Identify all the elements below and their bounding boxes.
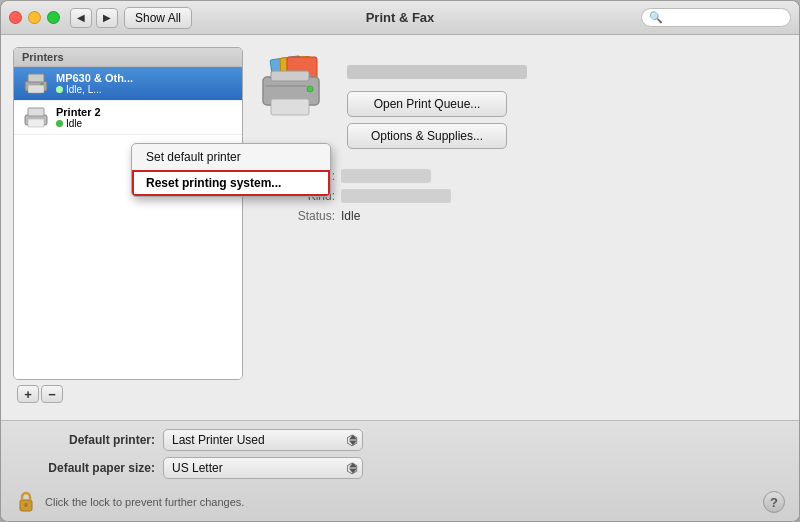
printer-name-placeholder (347, 65, 527, 79)
location-value (341, 169, 431, 183)
search-icon: 🔍 (649, 11, 663, 24)
context-item-reset[interactable]: Reset printing system... (132, 170, 330, 196)
back-button[interactable]: ◀ (70, 8, 92, 28)
context-menu: Set default printer Reset printing syste… (131, 143, 331, 197)
location-row: Location: (255, 169, 787, 183)
printer-item-2[interactable]: Printer 2 Idle (14, 101, 242, 135)
titlebar: ◀ ▶ Show All Print & Fax 🔍 (1, 1, 799, 35)
default-paper-select[interactable]: US Letter (163, 457, 363, 479)
status-dot-2 (56, 120, 63, 127)
default-printer-select[interactable]: Last Printer Used (163, 429, 363, 451)
status-label: Status: (255, 209, 335, 223)
kind-value (341, 189, 451, 203)
open-print-queue-button[interactable]: Open Print Queue... (347, 91, 507, 117)
detail-info: Location: Kind: Status: Idle (255, 169, 787, 229)
svg-rect-2 (28, 85, 44, 93)
search-input[interactable] (667, 12, 783, 24)
printers-list: MP630 & Oth... Idle, L... (14, 67, 242, 379)
printer-icon-selected (22, 73, 50, 95)
panel-controls: + − (13, 380, 243, 408)
lock-icon[interactable] (15, 491, 37, 513)
traffic-lights (9, 11, 60, 24)
forward-button[interactable]: ▶ (96, 8, 118, 28)
status-row: Status: Idle (255, 209, 787, 223)
svg-rect-12 (271, 99, 309, 115)
content-area: Printers MP630 & (1, 35, 799, 420)
printer-status-selected: Idle, L... (56, 84, 234, 95)
kind-row: Kind: (255, 189, 787, 203)
remove-printer-button[interactable]: − (41, 385, 63, 403)
default-paper-label: Default paper size: (15, 461, 155, 475)
status-dot-selected (56, 86, 63, 93)
svg-rect-14 (265, 85, 307, 87)
status-value: Idle (341, 209, 360, 223)
search-box[interactable]: 🔍 (641, 8, 791, 27)
svg-rect-5 (28, 108, 44, 116)
lock-text: Click the lock to prevent further change… (45, 496, 763, 508)
window-title: Print & Fax (366, 10, 435, 25)
printer-large-icon (255, 55, 335, 125)
printer-name-2: Printer 2 (56, 106, 234, 118)
nav-buttons: ◀ ▶ (70, 8, 118, 28)
context-item-set-default[interactable]: Set default printer (132, 144, 330, 170)
minimize-button[interactable] (28, 11, 41, 24)
default-paper-row: Default paper size: US Letter (15, 457, 785, 479)
options-supplies-button[interactable]: Options & Supplies... (347, 123, 507, 149)
svg-rect-11 (271, 71, 309, 81)
help-button[interactable]: ? (763, 491, 785, 513)
footer-row: Click the lock to prevent further change… (15, 485, 785, 513)
default-printer-select-wrapper: Last Printer Used (163, 429, 363, 451)
printer-icon-2 (22, 107, 50, 129)
default-printer-label: Default printer: (15, 433, 155, 447)
add-printer-button[interactable]: + (17, 385, 39, 403)
bottom-bar: Default printer: Last Printer Used Defau… (1, 420, 799, 521)
svg-point-13 (307, 86, 313, 92)
main-window: ◀ ▶ Show All Print & Fax 🔍 Printers (0, 0, 800, 522)
show-all-button[interactable]: Show All (124, 7, 192, 29)
svg-rect-3 (40, 83, 44, 85)
svg-rect-1 (28, 74, 44, 82)
maximize-button[interactable] (47, 11, 60, 24)
printer-detail-top: Open Print Queue... Options & Supplies..… (255, 47, 787, 157)
printers-box: Printers MP630 & (13, 47, 243, 380)
right-panel: Open Print Queue... Options & Supplies..… (255, 47, 787, 408)
close-button[interactable] (9, 11, 22, 24)
default-printer-row: Default printer: Last Printer Used (15, 429, 785, 451)
printer-status-2: Idle (56, 118, 234, 129)
default-paper-select-wrapper: US Letter (163, 457, 363, 479)
printer-info-selected: MP630 & Oth... Idle, L... (56, 72, 234, 95)
printer-item-selected[interactable]: MP630 & Oth... Idle, L... (14, 67, 242, 101)
printer-name-selected: MP630 & Oth... (56, 72, 234, 84)
printers-label: Printers (14, 48, 242, 67)
svg-rect-6 (28, 119, 44, 127)
printer-info-2: Printer 2 Idle (56, 106, 234, 129)
svg-rect-16 (25, 503, 28, 507)
left-panel: Printers MP630 & (13, 47, 243, 408)
detail-actions: Open Print Queue... Options & Supplies..… (347, 63, 527, 149)
